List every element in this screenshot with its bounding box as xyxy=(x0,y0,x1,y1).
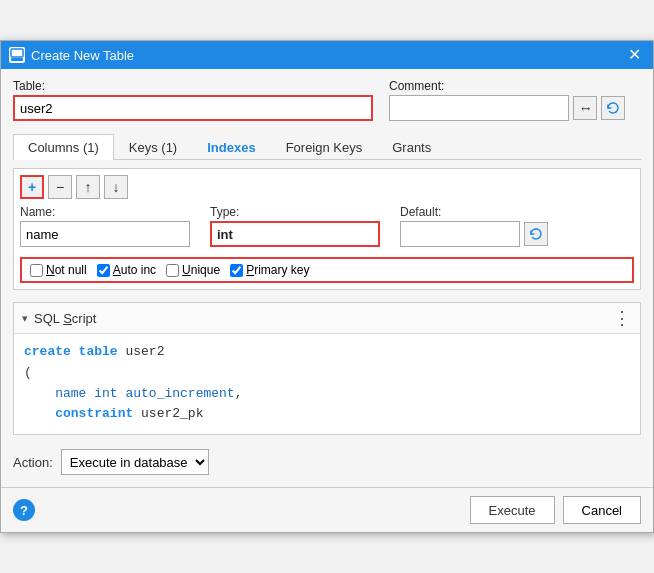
tabs-bar: Columns (1) Keys (1) Indexes Foreign Key… xyxy=(13,133,641,160)
table-name-input[interactable] xyxy=(13,95,373,121)
column-fields: Name: Type: Default: xyxy=(20,205,634,283)
refresh-comment-btn[interactable] xyxy=(601,96,625,120)
not-null-checkbox-item: Not null xyxy=(30,263,87,277)
table-comment-row: Table: Comment: ⤢ xyxy=(13,79,641,121)
auto-inc-label: Auto inc xyxy=(113,263,156,277)
comment-input[interactable] xyxy=(389,95,569,121)
refresh-default-btn[interactable] xyxy=(524,222,548,246)
column-constraints-row: Not null Auto inc Unique Primary key xyxy=(20,257,634,283)
sql-line-4: constraint user2_pk xyxy=(24,404,630,425)
default-col-label: Default: xyxy=(400,205,634,219)
primary-key-label: Primary key xyxy=(246,263,309,277)
fields-row: Name: Type: Default: xyxy=(20,205,634,247)
name-column-group: Name: xyxy=(20,205,200,247)
cancel-button[interactable]: Cancel xyxy=(563,496,641,524)
primary-key-checkbox[interactable] xyxy=(230,264,243,277)
sql-line-1: create table user2 xyxy=(24,342,630,363)
column-toolbar: + − ↑ ↓ xyxy=(20,175,634,199)
tab-indexes[interactable]: Indexes xyxy=(192,134,270,160)
sql-options-icon[interactable]: ⋮ xyxy=(613,307,632,329)
svg-rect-0 xyxy=(11,49,23,57)
column-type-input[interactable] xyxy=(210,221,380,247)
column-editor: + − ↑ ↓ Name: Type: Default: xyxy=(13,168,641,290)
sql-line-2: ( xyxy=(24,363,630,384)
dialog-body: Table: Comment: ⤢ xyxy=(1,69,653,487)
help-button[interactable]: ? xyxy=(13,499,35,521)
type-column-group: Type: xyxy=(210,205,390,247)
unique-checkbox-item: Unique xyxy=(166,263,220,277)
table-field-group: Table: xyxy=(13,79,373,121)
unique-checkbox[interactable] xyxy=(166,264,179,277)
tab-keys[interactable]: Keys (1) xyxy=(114,134,192,160)
action-select[interactable]: Execute in database Save to file Copy to… xyxy=(61,449,209,475)
create-table-dialog: Create New Table ✕ Table: Comment: ⤢ xyxy=(0,40,654,533)
sql-script-title: SQL Script xyxy=(34,311,607,326)
auto-inc-checkbox-item: Auto inc xyxy=(97,263,156,277)
tab-grants[interactable]: Grants xyxy=(377,134,446,160)
comment-label: Comment: xyxy=(389,79,625,93)
unique-label: Unique xyxy=(182,263,220,277)
sql-line-3: name int auto_increment, xyxy=(24,384,630,405)
action-row: Action: Execute in database Save to file… xyxy=(13,443,641,477)
primary-key-checkbox-item: Primary key xyxy=(230,263,309,277)
dialog-title: Create New Table xyxy=(31,48,618,63)
comment-input-row: ⤢ xyxy=(389,95,625,121)
close-button[interactable]: ✕ xyxy=(624,47,645,63)
bottom-bar: ? Execute Cancel xyxy=(1,487,653,532)
svg-rect-1 xyxy=(11,58,23,61)
remove-column-button[interactable]: − xyxy=(48,175,72,199)
not-null-checkbox[interactable] xyxy=(30,264,43,277)
column-name-input[interactable] xyxy=(20,221,190,247)
tab-foreign-keys[interactable]: Foreign Keys xyxy=(271,134,378,160)
name-col-label: Name: xyxy=(20,205,200,219)
titlebar: Create New Table ✕ xyxy=(1,41,653,69)
expand-comment-btn[interactable]: ⤢ xyxy=(573,96,597,120)
auto-inc-checkbox[interactable] xyxy=(97,264,110,277)
table-label: Table: xyxy=(13,79,373,93)
move-up-button[interactable]: ↑ xyxy=(76,175,100,199)
action-label: Action: xyxy=(13,455,53,470)
comment-field-group: Comment: ⤢ xyxy=(389,79,625,121)
type-col-label: Type: xyxy=(210,205,390,219)
not-null-label: Not null xyxy=(46,263,87,277)
tab-columns[interactable]: Columns (1) xyxy=(13,134,114,160)
default-column-group: Default: xyxy=(400,205,634,247)
sql-script-body: create table user2 ( name int auto_incre… xyxy=(14,334,640,434)
column-default-input[interactable] xyxy=(400,221,520,247)
sql-script-section: ▾ SQL Script ⋮ create table user2 ( name… xyxy=(13,302,641,435)
move-down-button[interactable]: ↓ xyxy=(104,175,128,199)
collapse-chevron-icon: ▾ xyxy=(22,312,28,325)
execute-button[interactable]: Execute xyxy=(470,496,555,524)
sql-script-header[interactable]: ▾ SQL Script ⋮ xyxy=(14,303,640,334)
add-column-button[interactable]: + xyxy=(20,175,44,199)
app-icon xyxy=(9,47,25,63)
